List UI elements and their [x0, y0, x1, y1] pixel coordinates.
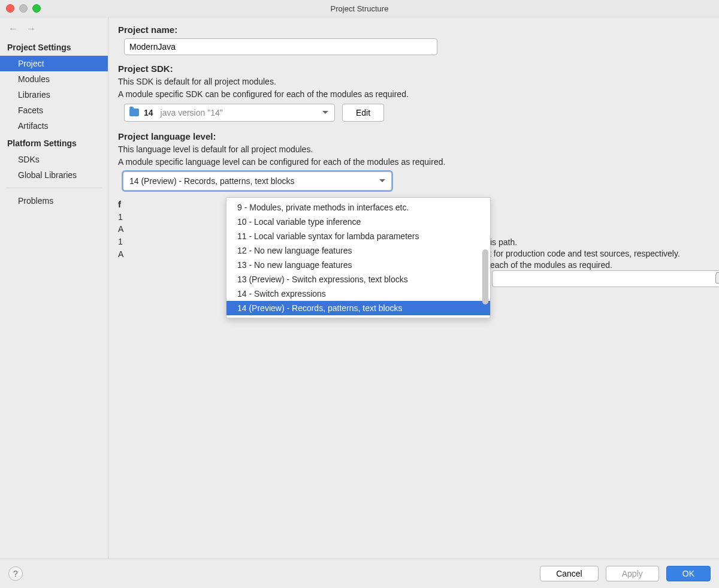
browse-folder-icon[interactable] — [715, 274, 719, 284]
lang-level-dropdown[interactable]: 9 - Modules, private methods in interfac… — [226, 197, 491, 318]
project-sdk-desc1: This SDK is default for all project modu… — [118, 76, 709, 88]
sidebar-item-sdks[interactable]: SDKs — [0, 152, 108, 167]
title-bar: Project Structure — [0, 0, 719, 17]
sdk-detail: java version "14" — [161, 108, 223, 117]
sidebar: ← → Project Settings Project Modules Lib… — [0, 17, 108, 560]
lang-level-label: Project language level: — [118, 131, 709, 141]
sidebar-item-problems[interactable]: Problems — [0, 193, 108, 209]
zoom-window-icon[interactable] — [32, 4, 41, 13]
obscured-line3: each of the modules as required. — [490, 260, 612, 271]
back-icon[interactable]: ← — [8, 23, 18, 34]
main-panel: Project name: Project SDK: This SDK is d… — [108, 17, 719, 560]
footer: ? Cancel Apply OK — [0, 559, 719, 588]
lang-level-option[interactable]: 14 - Switch expressions — [226, 287, 490, 301]
sidebar-item-artifacts[interactable]: Artifacts — [0, 118, 108, 134]
edit-sdk-button[interactable]: Edit — [342, 104, 384, 122]
lang-level-option[interactable]: 10 - Local variable type inference — [226, 215, 490, 229]
lang-level-select[interactable]: 14 (Preview) - Records, patterns, text b… — [123, 171, 392, 191]
sidebar-section-platform-settings: Platform Settings — [0, 134, 108, 152]
project-sdk-desc2: A module specific SDK can be configured … — [118, 89, 709, 100]
sdk-number: 14 — [144, 108, 153, 117]
minimize-window-icon — [19, 4, 28, 13]
help-icon: ? — [13, 569, 18, 578]
help-button[interactable]: ? — [8, 566, 23, 581]
lang-level-option[interactable]: 13 (Preview) - Switch expressions, text … — [226, 272, 490, 287]
sidebar-separator — [6, 188, 102, 188]
lang-level-option-selected[interactable]: 14 (Preview) - Records, patterns, text b… — [226, 301, 490, 315]
project-sdk-select[interactable]: 14 java version "14" — [124, 104, 335, 122]
dropdown-scrollbar[interactable] — [482, 249, 488, 304]
ok-button[interactable]: OK — [666, 566, 711, 581]
sidebar-section-project-settings: Project Settings — [0, 38, 108, 56]
sidebar-item-facets[interactable]: Facets — [0, 102, 108, 118]
window-controls — [6, 4, 41, 13]
project-name-label: Project name: — [118, 25, 709, 35]
sidebar-item-libraries[interactable]: Libraries — [0, 87, 108, 102]
output-path-input[interactable] — [492, 270, 719, 287]
sidebar-item-project[interactable]: Project — [0, 56, 108, 71]
lang-level-selected: 14 (Preview) - Records, patterns, text b… — [129, 176, 294, 186]
cancel-button[interactable]: Cancel — [540, 566, 599, 581]
window-title: Project Structure — [0, 4, 719, 13]
close-window-icon[interactable] — [6, 4, 14, 13]
lang-level-option[interactable]: 9 - Modules, private methods in interfac… — [226, 200, 490, 215]
forward-icon[interactable]: → — [26, 23, 36, 34]
sidebar-item-global-libraries[interactable]: Global Libraries — [0, 167, 108, 183]
project-sdk-label: Project SDK: — [118, 64, 709, 74]
apply-button[interactable]: Apply — [606, 566, 659, 581]
sdk-folder-icon — [129, 108, 139, 116]
obscured-line2: st for production code and test sources,… — [485, 248, 680, 260]
lang-level-desc2: A module specific language level can be … — [118, 156, 709, 168]
project-name-input[interactable] — [124, 38, 437, 55]
lang-level-option[interactable]: 11 - Local variable syntax for lambda pa… — [226, 229, 490, 243]
nav-arrows: ← → — [0, 17, 108, 38]
lang-level-option[interactable]: 12 - No new language features — [226, 243, 490, 258]
chevron-down-icon — [379, 179, 385, 182]
chevron-down-icon — [322, 111, 328, 114]
lang-level-option[interactable]: 13 - No new language features — [226, 258, 490, 272]
obscured-line1: is path. — [490, 237, 517, 248]
sidebar-item-modules[interactable]: Modules — [0, 71, 108, 87]
lang-level-desc1: This language level is default for all p… — [118, 144, 709, 155]
